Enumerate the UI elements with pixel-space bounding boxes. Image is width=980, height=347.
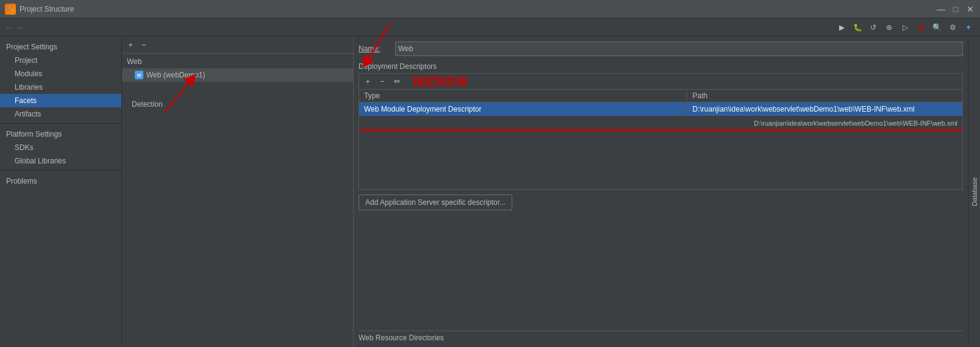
descriptor-toolbar: + − ✏ 指定到目录 [359,74,962,90]
search-btn[interactable]: 🔍 [930,21,943,34]
profile-btn[interactable]: ⊕ [882,21,896,34]
path-column-header: Path [687,90,962,102]
reload-btn[interactable]: ↺ [867,21,880,34]
app-icon: 🔧 [5,4,16,15]
update-btn[interactable]: ✦ [962,21,975,34]
problems-label: Problems [0,173,121,188]
settings-btn[interactable]: ⚙ [946,21,959,34]
right-pane: Name: Deployment Descriptors + − ✏ 指定到目录 [354,37,968,347]
split-pane: + − Web W Web (webDemo1) Detection [122,37,968,347]
maximize-btn[interactable]: □ [951,4,960,14]
close-btn[interactable]: ✕ [965,4,975,14]
sidebar-item-facets[interactable]: Facets [0,94,121,107]
minimize-btn[interactable]: — [936,4,946,14]
descriptor-table-header: Type Path [359,90,962,102]
descriptor-table-row[interactable]: Web Module Deployment Descriptor D:\ruan… [359,102,962,116]
remove-facet-btn[interactable]: − [138,39,150,51]
sidebar-item-libraries[interactable]: Libraries [0,80,121,94]
name-field-row: Name: [359,41,963,56]
db-sidebar-label: Database [971,177,978,206]
main-content: Project Settings Project Modules Librari… [0,37,980,347]
type-cell: Web Module Deployment Descriptor [359,102,687,116]
detection-arrow [159,70,207,118]
window-controls: — □ ✕ [936,4,975,14]
db-sidebar[interactable]: Database [968,37,980,347]
back-arrow[interactable]: ← [5,23,13,32]
name-label: Name: [359,45,395,53]
left-pane: + − Web W Web (webDemo1) Detection [122,37,354,347]
add-application-server-btn[interactable]: Add Application Server specific descript… [359,195,512,210]
path-cell: D:\ruanjian\idea\work\webservlet\webDemo… [687,102,962,116]
sidebar-item-artifacts[interactable]: Artifacts [0,107,121,121]
descriptor-empty-space [359,132,962,189]
stop-btn[interactable]: ■ [914,21,928,34]
title-bar: 🔧 Project Structure — □ ✕ [0,0,980,18]
add-descriptor-toolbar-btn[interactable]: + [362,76,374,88]
debug-btn[interactable]: 🐛 [851,21,864,34]
sidebar-divider [0,123,121,124]
web-resource-section: Web Resource Directories [359,331,963,342]
sidebar-divider-2 [0,170,121,171]
sidebar-item-global-libraries[interactable]: Global Libraries [0,154,121,168]
edit-descriptor-btn[interactable]: ✏ [391,76,403,88]
remove-descriptor-toolbar-btn[interactable]: − [376,76,388,88]
project-settings-label: Project Settings [0,39,121,54]
platform-settings-label: Platform Settings [0,126,121,141]
deployment-section-header: Deployment Descriptors [359,62,963,71]
project-structure-window: 🔧 Project Structure — □ ✕ ← → ▶ 🐛 ↺ ⊕ ▷ … [0,0,980,347]
sidebar-item-modules[interactable]: Modules [0,67,121,80]
detection-label-area: Detection [122,100,353,109]
sidebar-item-sdks[interactable]: SDKs [0,141,121,154]
tree-item-web[interactable]: W Web (webDemo1) [122,68,353,82]
sidebar: Project Settings Project Modules Librari… [0,37,122,347]
annotation-text: 指定到目录 [413,74,468,89]
type-column-header: Type [359,90,687,102]
right-pane-spacer [359,215,963,331]
web-facet-icon: W [134,70,144,80]
sidebar-item-project[interactable]: Project [0,54,121,67]
tree-area: Web W Web (webDemo1) Detection [122,54,353,347]
add-facet-btn[interactable]: + [124,39,137,51]
svg-line-1 [165,79,192,112]
left-pane-toolbar: + − [122,37,353,54]
path-highlight-area: D:\ruanjian\idea\work\webservlet\webDemo… [359,118,962,128]
path-highlight-text: D:\ruanjian\idea\work\webservlet\webDemo… [364,120,957,127]
name-input[interactable] [395,41,963,56]
forward-arrow[interactable]: → [16,23,24,32]
coverage-btn[interactable]: ▷ [898,21,912,34]
run-btn[interactable]: ▶ [835,21,848,34]
window-title: Project Structure [20,5,936,13]
descriptor-area: + − ✏ 指定到目录 [359,73,963,190]
tree-section-web: Web [122,55,353,68]
red-underline [359,129,962,131]
ide-toolbar: ← → ▶ 🐛 ↺ ⊕ ▷ ■ 🔍 ⚙ ✦ [0,18,980,37]
